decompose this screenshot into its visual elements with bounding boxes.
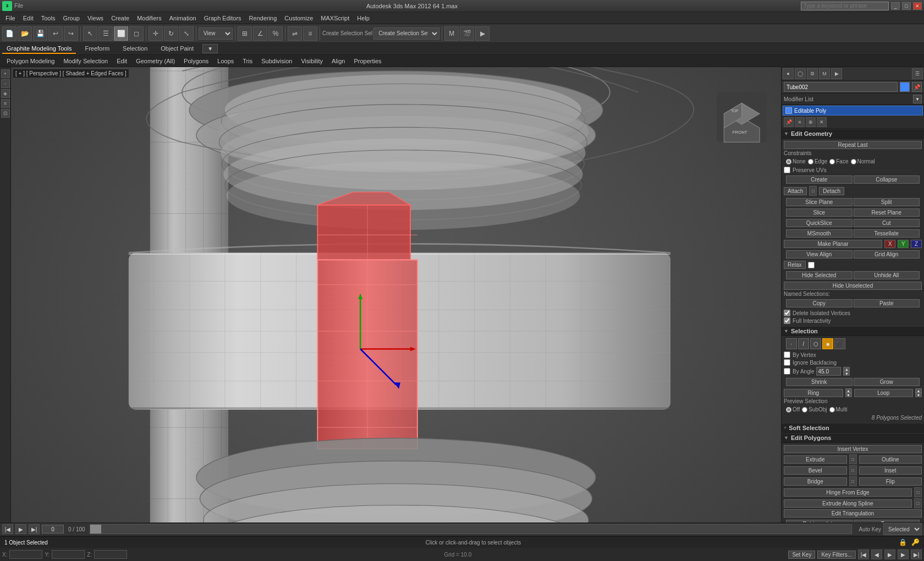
show-end-result-btn[interactable]: ≡ (795, 117, 805, 127)
bevel-options-btn[interactable]: □ (849, 465, 857, 475)
percent-snap-button[interactable]: % (268, 26, 283, 41)
menu-edit[interactable]: Edit (20, 14, 37, 23)
sm-edit[interactable]: Edit (112, 57, 131, 65)
menu-animation[interactable]: Animation (166, 14, 200, 23)
sm-loops[interactable]: Loops (213, 57, 238, 65)
bridge-btn[interactable]: Bridge (784, 477, 847, 486)
make-unique-btn[interactable]: ⊕ (806, 117, 816, 127)
align-button[interactable]: ≡ (303, 26, 317, 41)
constraint-face-radio[interactable] (829, 159, 835, 164)
section-soft-selection[interactable]: + Soft Selection (782, 423, 924, 433)
minimize-button[interactable]: _ (891, 2, 900, 10)
unhide-all-btn[interactable]: Unhide All (854, 271, 920, 279)
by-vertex-check[interactable] (784, 351, 790, 358)
loop-up-btn[interactable]: ▲ (915, 388, 922, 393)
lt-btn-2[interactable]: - (1, 79, 10, 88)
tl-prev-btn[interactable]: |◀ (2, 524, 13, 534)
extrude-options-btn[interactable]: □ (849, 454, 857, 464)
mirror-button[interactable]: ⇌ (288, 26, 302, 41)
menu-customize[interactable]: Customize (281, 14, 316, 23)
save-button[interactable]: 💾 (33, 26, 47, 41)
attach-options-btn[interactable]: □ (809, 186, 817, 196)
undo-button[interactable]: ↩ (48, 26, 63, 41)
preview-subobj-radio[interactable] (802, 407, 807, 413)
sm-polygons[interactable]: Polygons (179, 57, 213, 65)
turn-btn[interactable]: Turn (854, 520, 920, 522)
graphite-extra-btn[interactable]: ▼ (202, 44, 218, 53)
angle-down-btn[interactable]: ▼ (843, 371, 850, 376)
maximize-button[interactable]: □ (902, 2, 911, 10)
menu-help[interactable]: Help (354, 14, 373, 23)
outline-btn[interactable]: Outline (859, 455, 922, 464)
tessellate-btn[interactable]: Tessellate (854, 229, 920, 238)
copy-btn[interactable]: Copy (786, 299, 853, 307)
split-btn[interactable]: Split (854, 198, 920, 206)
graphite-tab-selection[interactable]: Selection (118, 44, 152, 54)
sm-subdivision[interactable]: Subdivision (257, 57, 296, 65)
sm-geometry-all[interactable]: Geometry (All) (131, 57, 179, 65)
lt-btn-3[interactable]: ◈ (1, 89, 10, 98)
panel-icon-2[interactable]: ◯ (795, 68, 806, 79)
tl-play-btn[interactable]: ▶ (15, 524, 26, 534)
hinge-options-btn[interactable]: □ (914, 487, 922, 497)
border-icon[interactable]: ⬡ (810, 338, 821, 349)
msmooth-btn[interactable]: MSmooth (786, 229, 853, 238)
ring-up-btn[interactable]: ▲ (845, 388, 852, 393)
pin-stack-btn[interactable]: 📌 (784, 117, 794, 127)
menu-maxscript[interactable]: MAXScript (317, 14, 353, 23)
next-frame-btn[interactable]: ▶ (898, 549, 909, 559)
insert-vertex-btn[interactable]: Insert Vertex (784, 445, 922, 453)
autokey-mode-dropdown[interactable]: Selected (883, 523, 922, 535)
x-coord-input[interactable] (9, 550, 42, 559)
panel-icon-6[interactable]: ☰ (912, 68, 923, 79)
by-angle-check[interactable] (784, 368, 790, 375)
lt-btn-4[interactable]: ≡ (1, 99, 10, 108)
slice-plane-btn[interactable]: Slice Plane (786, 198, 853, 206)
render-setup-button[interactable]: 🎬 (460, 26, 474, 41)
edge-icon[interactable]: / (798, 338, 809, 349)
sm-modify-selection[interactable]: Modify Selection (59, 57, 112, 65)
sm-tris[interactable]: Tris (238, 57, 257, 65)
x-axis-btn[interactable]: X (884, 240, 895, 248)
relax-btn[interactable]: Relax (784, 261, 806, 269)
extrude-along-spline-btn[interactable]: Extrude Along Spline (784, 499, 912, 508)
hide-unselected-btn[interactable]: Hide Unselected (784, 282, 922, 290)
element-icon[interactable]: ⬛ (834, 338, 845, 349)
select-move-button[interactable]: ✛ (148, 26, 163, 41)
menu-modifiers[interactable]: Modifiers (134, 14, 165, 23)
constraint-normal-radio[interactable] (851, 159, 856, 164)
delete-isolated-check[interactable] (784, 310, 790, 316)
preserve-uvs-check[interactable] (784, 167, 790, 173)
ring-spinner[interactable]: ▲ ▼ (845, 388, 852, 397)
sm-properties[interactable]: Properties (349, 57, 386, 65)
redo-button[interactable]: ↪ (64, 26, 78, 41)
lt-btn-5[interactable]: ⊡ (1, 109, 10, 118)
bevel-btn[interactable]: Bevel (784, 466, 847, 475)
menu-create[interactable]: Create (108, 14, 133, 23)
preview-off-radio[interactable] (786, 407, 791, 413)
open-button[interactable]: 📂 (18, 26, 32, 41)
flip-btn[interactable]: Flip (859, 477, 922, 486)
by-angle-spinner[interactable]: ▲ ▼ (843, 367, 850, 376)
detach-btn[interactable]: Detach (819, 187, 844, 195)
create-btn[interactable]: Create (786, 175, 853, 184)
y-axis-btn[interactable]: Y (898, 240, 909, 248)
collapse-btn[interactable]: Collapse (854, 175, 920, 184)
relax-check[interactable] (808, 262, 815, 268)
menu-rendering[interactable]: Rendering (246, 14, 280, 23)
extrude-spline-options-btn[interactable]: □ (914, 498, 922, 508)
make-planar-btn[interactable]: Make Planar (784, 240, 882, 248)
paste-btn[interactable]: Paste (854, 299, 920, 307)
ring-down-btn[interactable]: ▼ (845, 393, 852, 397)
grid-align-btn[interactable]: Grid Align (854, 250, 920, 258)
polygon-icon[interactable]: ■ (822, 338, 833, 349)
timeline-frame-input[interactable] (42, 525, 64, 534)
close-button[interactable]: ✕ (913, 2, 922, 10)
object-color-swatch[interactable] (900, 82, 910, 92)
constraint-edge-radio[interactable] (808, 159, 813, 164)
panel-icon-5[interactable]: ▶ (831, 68, 842, 79)
menu-group[interactable]: Group (59, 14, 83, 23)
panel-icon-4[interactable]: M (819, 68, 830, 79)
by-angle-input[interactable]: 45.0 (816, 367, 841, 376)
sm-polygon-modeling[interactable]: Polygon Modeling (2, 57, 59, 65)
